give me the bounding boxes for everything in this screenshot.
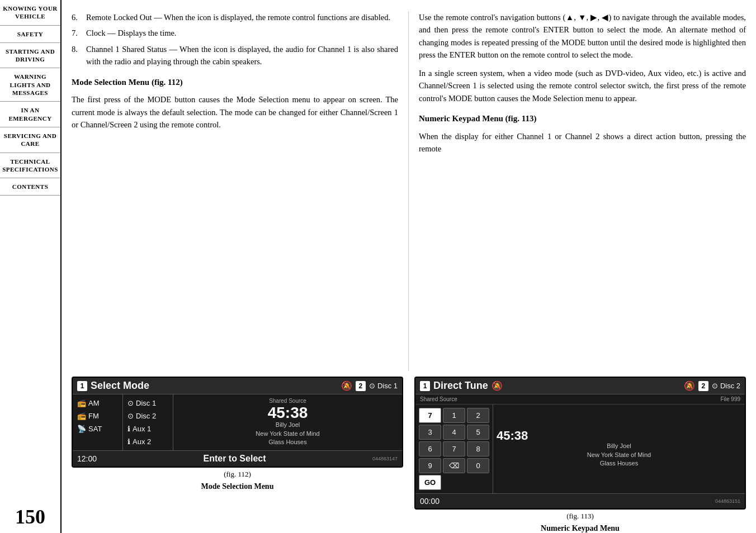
fig112-time: 45:38 (268, 405, 308, 421)
menu-item-disc2: ⊙ Disc 2 (123, 410, 173, 422)
key-1[interactable]: 1 (443, 408, 465, 423)
disc-icon-1: ⊙ (127, 399, 134, 407)
key-8[interactable]: 8 (467, 441, 489, 456)
fig113-track-info: Billy Joel New York State of Mind Glass … (497, 442, 741, 468)
menu-item-am: 📻 AM (73, 397, 122, 410)
right-text: Use the remote control's navigation butt… (419, 11, 746, 155)
sidebar-item-servicing-and-care[interactable]: SERVICING AND CARE (0, 127, 60, 153)
left-text: 6. Remote Locked Out — When the icon is … (72, 11, 398, 131)
bell-icon: 🔕 (341, 380, 352, 391)
fig113-shared-row: Shared Source File 999 (415, 394, 745, 404)
fig112-channel1-badge: 1 (77, 381, 87, 391)
menu-item-aux1: ℹ Aux 1 (123, 422, 173, 435)
fig112-left-items: 📻 AM 📻 FM 📡 SAT (73, 394, 123, 450)
key-5[interactable]: 5 (467, 425, 489, 440)
disc-icon: ⊙ (369, 382, 375, 390)
mode-selection-heading: Mode Selection Menu (fig. 112) (72, 76, 398, 89)
fig112-track-info: Billy Joel New York State of Mind Glass … (256, 421, 319, 446)
enter-to-select: Enter to Select (203, 454, 266, 464)
key-7[interactable]: 7 (419, 408, 441, 423)
fig113-header-right: 🔕 2 ⊙ Disc 2 (684, 380, 740, 391)
mode-selection-text: The first press of the MODE button cause… (72, 93, 398, 131)
fig112-code: 044863147 (372, 456, 398, 461)
fig113-caption-bold: Numeric Keypad Menu (541, 524, 620, 533)
fig113-header-left: 1 Direct Tune 🔕 (420, 380, 503, 392)
list-item-6: 6. Remote Locked Out — When the icon is … (72, 11, 398, 23)
fig113-keypad-area: 7 1 2 3 4 5 6 7 8 9 ⌫ 0 GO (415, 404, 493, 493)
left-column: 6. Remote Locked Out — When the icon is … (62, 11, 409, 371)
list-item-8: 8. Channel 1 Shared Status — When the ic… (72, 43, 398, 68)
menu-item-sat: 📡 SAT (73, 422, 122, 435)
key-9[interactable]: 9 (419, 458, 441, 473)
radio-icon-am: 📻 (77, 399, 86, 407)
figures-row: 1 Select Mode 🔕 2 ⊙ Disc 1 (62, 371, 756, 533)
disc-icon-3: ⊙ (712, 382, 718, 390)
fig112-channel2-badge: 2 (356, 381, 366, 391)
figure-112-container: 1 Select Mode 🔕 2 ⊙ Disc 1 (72, 377, 403, 533)
figure-112: 1 Select Mode 🔕 2 ⊙ Disc 1 (72, 377, 403, 468)
radio-icon-fm: 📻 (77, 412, 86, 420)
page-number: 150 (0, 496, 60, 533)
main-content: 6. Remote Locked Out — When the icon is … (62, 0, 756, 533)
key-3[interactable]: 3 (419, 425, 441, 440)
key-6[interactable]: 6 (419, 441, 441, 456)
key-0[interactable]: 0 (467, 458, 489, 473)
fig113-time: 45:38 (497, 430, 741, 442)
fig112-title: Select Mode (91, 380, 149, 392)
fig112-caption-bold: Mode Selection Menu (201, 482, 274, 491)
menu-item-disc1: ⊙ Disc 1 (123, 397, 173, 410)
figure-113-container: 1 Direct Tune 🔕 🔕 2 ⊙ Disc 2 (414, 377, 746, 533)
fig113-header: 1 Direct Tune 🔕 🔕 2 ⊙ Disc 2 (415, 378, 745, 394)
shared-source-label: Shared Source (269, 398, 306, 404)
single-screen-text: In a single screen system, when a video … (419, 67, 746, 104)
satellite-icon: 📡 (77, 425, 86, 433)
fig113-title: Direct Tune (433, 380, 488, 392)
fig112-body: 📻 AM 📻 FM 📡 SAT (73, 394, 402, 450)
right-column: Use the remote control's navigation butt… (409, 11, 756, 371)
sidebar: KNOWING YOUR VEHICLE SAFETY STARTING AND… (0, 0, 62, 533)
fig112-footer: 12:00 Enter to Select 044863147 (73, 450, 402, 467)
fig113-right: 45:38 Billy Joel New York State of Mind … (493, 404, 745, 493)
fig112-caption: (fig. 112) (224, 470, 251, 479)
fig112-center: Shared Source 45:38 Billy Joel New York … (173, 394, 402, 450)
sidebar-item-warning-lights[interactable]: WARNING LIGHTS AND MESSAGES (0, 68, 60, 102)
key-7b[interactable]: 7 (443, 441, 465, 456)
fig113-footer: 00:00 044863151 (415, 493, 745, 508)
sidebar-item-starting-and-driving[interactable]: STARTING AND DRIVING (0, 43, 60, 69)
sidebar-item-safety[interactable]: SAFETY (0, 26, 60, 43)
menu-item-fm: 📻 FM (73, 410, 122, 422)
fig112-header: 1 Select Mode 🔕 2 ⊙ Disc 1 (73, 378, 402, 394)
sidebar-item-knowing-your-vehicle[interactable]: KNOWING YOUR VEHICLE (0, 0, 60, 26)
key-backspace[interactable]: ⌫ (443, 458, 465, 473)
aux2-icon: ℹ (127, 437, 130, 446)
figure-113: 1 Direct Tune 🔕 🔕 2 ⊙ Disc 2 (414, 377, 746, 510)
fig113-body: 7 1 2 3 4 5 6 7 8 9 ⌫ 0 GO (415, 404, 745, 493)
list-item-7: 7. Clock — Displays the time. (72, 27, 398, 39)
fig113-channel1-badge: 1 (420, 381, 430, 391)
fig113-bell-icon: 🔕 (492, 380, 503, 391)
key-2[interactable]: 2 (467, 408, 489, 423)
sidebar-item-technical-specs[interactable]: TECHNICAL SPECIFICATIONS (0, 153, 60, 179)
aux1-icon: ℹ (127, 425, 130, 433)
fig112-header-left: 1 Select Mode (77, 380, 149, 392)
menu-item-aux2: ℹ Aux 2 (123, 435, 173, 448)
footer-time: 12:00 (77, 454, 97, 463)
numeric-keypad-text: When the display for either Channel 1 or… (419, 130, 746, 155)
fig113-footer-time: 00:00 (420, 497, 440, 506)
fig113-channel2-badge: 2 (698, 381, 708, 391)
fig113-caption: (fig. 113) (566, 512, 594, 521)
fig112-disc-label: ⊙ Disc 1 (369, 382, 398, 390)
key-4[interactable]: 4 (443, 425, 465, 440)
fig113-code: 044863151 (715, 498, 740, 504)
fig113-disc-label: ⊙ Disc 2 (712, 382, 740, 390)
nav-text: Use the remote control's navigation butt… (419, 11, 746, 61)
numeric-keypad-heading: Numeric Keypad Menu (fig. 113) (419, 112, 746, 125)
fig112-right-items: ⊙ Disc 1 ⊙ Disc 2 ℹ Aux 1 ℹ (123, 394, 173, 450)
disc-icon-2: ⊙ (127, 412, 134, 420)
sidebar-item-emergency[interactable]: IN AN EMERGENCY (0, 102, 60, 127)
sidebar-item-contents[interactable]: CONTENTS (0, 178, 60, 196)
keypad-grid: 7 1 2 3 4 5 6 7 8 9 ⌫ 0 GO (415, 404, 493, 493)
key-go[interactable]: GO (419, 475, 441, 490)
fig112-header-right: 🔕 2 ⊙ Disc 1 (341, 380, 398, 391)
fig113-bell-icon-2: 🔕 (684, 380, 695, 391)
